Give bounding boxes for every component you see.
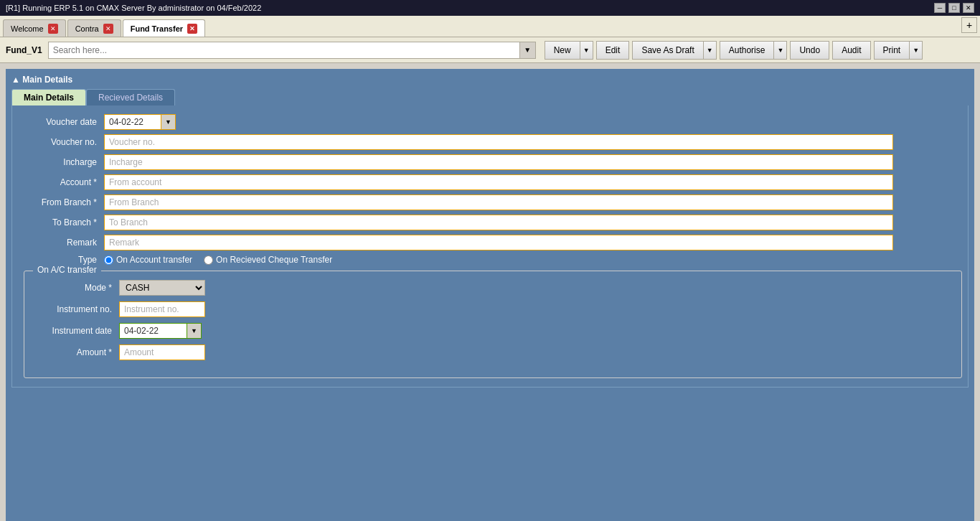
undo-button[interactable]: Undo	[790, 41, 829, 60]
radio-on-received-cheque-input[interactable]	[204, 255, 213, 265]
tab-contra[interactable]: Contra ✕	[67, 19, 121, 37]
voucher-date-row: Voucher date ▼	[18, 114, 962, 130]
on-ac-transfer-group: On A/C transfer Mode * CASH CHEQUE ONLIN…	[24, 271, 962, 378]
tab-welcome[interactable]: Welcome ✕	[3, 19, 66, 37]
undo-button-group: Undo	[790, 41, 829, 60]
print-button-group: Print ▼	[874, 41, 923, 60]
incharge-input[interactable]	[104, 154, 893, 170]
tab-fund-transfer[interactable]: Fund Transfer ✕	[123, 19, 205, 37]
audit-button-group: Audit	[832, 41, 870, 60]
tab-received-details[interactable]: Recieved Details	[86, 89, 175, 105]
amount-label: Amount *	[33, 347, 119, 357]
tab-contra-close[interactable]: ✕	[103, 24, 113, 34]
amount-row: Amount *	[33, 344, 953, 360]
mode-label: Mode *	[33, 283, 119, 293]
radio-on-received-cheque[interactable]: On Recieved Cheque Transfer	[204, 255, 332, 265]
group-box-legend: On A/C transfer	[33, 265, 101, 275]
edit-button[interactable]: Edit	[596, 41, 630, 60]
radio-on-account-transfer-input[interactable]	[104, 255, 113, 265]
type-radio-group: On Account transfer On Recieved Cheque T…	[104, 255, 332, 265]
tab-main-details[interactable]: Main Details	[11, 89, 86, 105]
title-controls: ─ □ ✕	[934, 3, 974, 13]
instrument-date-row: Instrument date ▼	[33, 323, 953, 339]
save-as-draft-button-group: Save As Draft ▼	[632, 41, 716, 60]
tab-fund-transfer-close[interactable]: ✕	[187, 24, 197, 34]
title-text: [R1] Running ERP 5.1 on CMAX Server By a…	[6, 4, 261, 12]
to-branch-label: To Branch *	[18, 217, 104, 227]
remark-label: Remark	[18, 238, 104, 248]
instrument-no-label: Instrument no.	[33, 304, 119, 314]
radio-on-received-cheque-label: On Recieved Cheque Transfer	[216, 255, 332, 265]
tab-contra-label: Contra	[75, 24, 99, 33]
mode-row: Mode * CASH CHEQUE ONLINE	[33, 280, 953, 296]
voucher-date-input[interactable]	[104, 114, 161, 130]
authorise-button-arrow[interactable]: ▼	[774, 41, 787, 60]
amount-input[interactable]	[119, 344, 205, 360]
search-dropdown-button[interactable]: ▼	[520, 42, 536, 59]
main-content: ▲ Main Details Main Details Recieved Det…	[6, 69, 974, 521]
search-input[interactable]	[48, 42, 520, 59]
minimize-button[interactable]: ─	[934, 3, 946, 13]
save-as-draft-button-arrow[interactable]: ▼	[704, 41, 717, 60]
audit-button[interactable]: Audit	[832, 41, 870, 60]
new-button-group: New ▼	[545, 41, 593, 60]
instrument-date-input[interactable]	[119, 323, 187, 339]
tab-main-details-label: Main Details	[24, 93, 74, 103]
maximize-button[interactable]: □	[948, 3, 960, 13]
instrument-date-dropdown-button[interactable]: ▼	[187, 323, 202, 339]
to-branch-input[interactable]	[104, 215, 893, 230]
tab-received-details-label: Recieved Details	[98, 93, 163, 103]
type-row: Type On Account transfer On Recieved Che…	[18, 255, 962, 265]
instrument-date-wrap: ▼	[119, 323, 202, 339]
remark-row: Remark	[18, 235, 962, 250]
search-wrap: ▼	[48, 42, 536, 59]
tab-fund-transfer-label: Fund Transfer	[131, 24, 183, 33]
account-label: Account *	[18, 177, 104, 187]
close-window-button[interactable]: ✕	[963, 3, 974, 13]
authorise-button[interactable]: Authorise	[720, 41, 775, 60]
type-label: Type	[18, 255, 104, 265]
module-label: Fund_V1	[6, 45, 42, 55]
save-as-draft-button[interactable]: Save As Draft	[632, 41, 703, 60]
instrument-no-input[interactable]	[119, 301, 205, 317]
voucher-no-input[interactable]	[104, 134, 893, 150]
to-branch-row: To Branch *	[18, 215, 962, 230]
radio-on-account-transfer[interactable]: On Account transfer	[104, 255, 192, 265]
remark-input[interactable]	[104, 235, 893, 250]
voucher-date-label: Voucher date	[18, 117, 104, 127]
incharge-label: Incharge	[18, 157, 104, 167]
title-bar: [R1] Running ERP 5.1 on CMAX Server By a…	[0, 0, 980, 16]
from-branch-input[interactable]	[104, 194, 893, 210]
instrument-date-label: Instrument date	[33, 326, 119, 336]
tab-bar: Welcome ✕ Contra ✕ Fund Transfer ✕ +	[0, 16, 980, 37]
voucher-no-row: Voucher no.	[18, 134, 962, 150]
tab-welcome-label: Welcome	[11, 24, 44, 33]
inner-tabs: Main Details Recieved Details	[11, 89, 969, 105]
tab-welcome-close[interactable]: ✕	[48, 24, 58, 34]
account-row: Account *	[18, 174, 962, 190]
from-branch-row: From Branch *	[18, 194, 962, 210]
edit-button-group: Edit	[596, 41, 630, 60]
voucher-no-label: Voucher no.	[18, 137, 104, 147]
from-branch-label: From Branch *	[18, 197, 104, 207]
new-button[interactable]: New	[545, 41, 580, 60]
section-header: ▲ Main Details	[11, 75, 969, 85]
mode-select[interactable]: CASH CHEQUE ONLINE	[119, 280, 205, 296]
print-button[interactable]: Print	[874, 41, 910, 60]
authorise-button-group: Authorise ▼	[720, 41, 788, 60]
section-header-text: ▲ Main Details	[11, 75, 72, 85]
voucher-date-dropdown-button[interactable]: ▼	[161, 114, 176, 130]
toolbar: Fund_V1 ▼ New ▼ Edit Save As Draft ▼ Aut…	[0, 37, 980, 63]
add-tab-button[interactable]: +	[961, 17, 977, 33]
voucher-date-wrap: ▼	[104, 114, 176, 130]
new-button-arrow[interactable]: ▼	[580, 41, 593, 60]
print-button-arrow[interactable]: ▼	[910, 41, 923, 60]
form-area: Voucher date ▼ Voucher no. Incharge Acco…	[11, 105, 969, 388]
incharge-row: Incharge	[18, 154, 962, 170]
account-input[interactable]	[104, 174, 893, 190]
radio-on-account-transfer-label: On Account transfer	[116, 255, 192, 265]
instrument-no-row: Instrument no.	[33, 301, 953, 317]
